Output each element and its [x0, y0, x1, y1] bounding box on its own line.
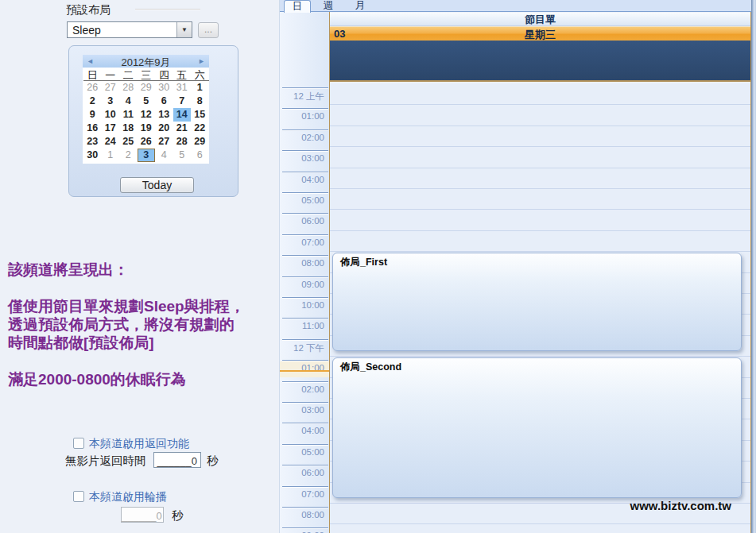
note-line: 透過預設佈局方式，將沒有規劃的 — [8, 315, 282, 334]
calendar-day-cell[interactable]: 9 — [83, 108, 102, 122]
calendar-day-cell[interactable]: 21 — [173, 122, 192, 135]
time-label: 04:00 — [280, 419, 329, 440]
calendar-day-cell[interactable]: 27 — [155, 135, 173, 149]
calendar-day-cell[interactable]: 19 — [138, 122, 156, 135]
layout-select-value: Sleep — [72, 24, 101, 37]
calendar-day-cell[interactable]: 29 — [138, 81, 156, 95]
all-day-area[interactable] — [330, 41, 750, 82]
seconds-unit-label: 秒 — [172, 508, 184, 523]
time-label: 05:00 — [280, 188, 329, 210]
time-label: 03:00 — [280, 146, 329, 168]
event-block[interactable]: 佈局_First — [332, 253, 742, 351]
calendar-day-cell[interactable]: 30 — [83, 149, 102, 162]
calendar-day-cell[interactable]: 16 — [83, 122, 102, 135]
more-button[interactable]: ... — [198, 22, 219, 38]
event-title: 佈局_Second — [340, 361, 401, 374]
default-layout-label: 預設布局 — [66, 3, 110, 17]
calendar-day-cell[interactable]: 20 — [155, 122, 173, 135]
calendar-day-cell[interactable]: 5 — [173, 149, 192, 162]
calendar-day-cell[interactable]: 12 — [138, 108, 156, 122]
return-time-input[interactable]: ______0 — [153, 452, 201, 468]
scrollbar[interactable] — [751, 0, 756, 533]
calendar-day-cell[interactable]: 15 — [191, 108, 209, 122]
calendar-day-cell[interactable]: 13 — [155, 108, 173, 122]
calendar-day-cell[interactable]: 28 — [119, 81, 138, 95]
note-line: 僅使用節目單來規劃Sleep與排程， — [8, 297, 282, 315]
watermark: www.biztv.com.tw — [630, 499, 731, 512]
enable-return-checkbox[interactable] — [73, 438, 84, 449]
calendar-day-cell[interactable]: 29 — [191, 135, 209, 149]
grid-row-line — [330, 146, 750, 147]
calendar-day-cell[interactable]: 24 — [102, 135, 120, 149]
calendar-day-cell[interactable]: 14 — [173, 108, 192, 122]
calendar-day-cell[interactable]: 22 — [191, 122, 209, 135]
calendar-day-cell[interactable]: 1 — [191, 81, 209, 95]
layout-select[interactable]: Sleep ▼ — [67, 21, 192, 38]
view-tabbar: 日 週 月 — [280, 0, 751, 12]
calendar-day-cell[interactable]: 4 — [119, 95, 138, 108]
calendar-day-cell[interactable]: 2 — [119, 149, 138, 162]
divider-line — [135, 9, 200, 10]
time-label: 04:00 — [280, 168, 329, 189]
return-time-label: 無影片返回時間 — [65, 454, 146, 469]
event-block[interactable]: 佈局_Second — [332, 357, 742, 498]
calendar-weekday-header: 三 — [138, 68, 156, 81]
time-label: 01:00 — [280, 104, 329, 126]
calendar-day-cell[interactable]: 30 — [155, 81, 173, 95]
time-label: 12 下午 — [280, 335, 329, 357]
grid-row-line — [330, 188, 750, 189]
time-label: 09:00 — [280, 523, 329, 533]
calendar-day-cell[interactable]: 18 — [119, 122, 138, 135]
calendar-day-cell[interactable]: 4 — [155, 149, 173, 162]
grid-row-line — [330, 168, 750, 168]
calendar-weekday-header: 日 — [83, 68, 102, 81]
calendar-day-cell[interactable]: 28 — [173, 135, 192, 149]
calendar-day-cell[interactable]: 3 — [102, 95, 120, 108]
tab-day[interactable]: 日 — [284, 0, 311, 13]
tab-month[interactable]: 月 — [348, 0, 372, 12]
calendar-day-cell[interactable]: 27 — [102, 81, 120, 95]
grid-row-line — [330, 251, 750, 252]
left-panel: 預設布局 Sleep ▼ ... ◄ 2012年9月 ► 日一二三四五六2627… — [0, 0, 279, 533]
schedule-panel: 日 週 月 節目單 03 星期三 佈局_First佈局_Second www.b… — [279, 0, 756, 533]
chevron-down-icon[interactable]: ▼ — [176, 22, 192, 37]
program-list-header: 節目單 — [330, 13, 750, 26]
note-line: 時間點都做[預設佈局] — [8, 334, 282, 352]
grid-row-line — [330, 523, 750, 524]
note-line: 滿足2000-0800的休眠行為 — [8, 369, 282, 390]
calendar-day-cell[interactable]: 3 — [138, 149, 156, 162]
calendar-grid-area: 日一二三四五六262728293031123456789101112131415… — [83, 68, 209, 164]
calendar-day-cell[interactable]: 7 — [173, 95, 192, 108]
channel-notes: 該頻道將呈現出： 僅使用節目單來規劃Sleep與排程， 透過預設佈局方式，將沒有… — [8, 260, 282, 390]
today-button[interactable]: Today — [120, 177, 194, 193]
carousel-time-input[interactable]: ______0 — [121, 507, 164, 523]
calendar-day-cell[interactable]: 17 — [102, 122, 120, 135]
enable-carousel-checkbox[interactable] — [73, 491, 84, 502]
calendar-day-cell[interactable]: 26 — [83, 81, 102, 95]
calendar-day-cell[interactable]: 8 — [191, 95, 209, 108]
calendar-day-cell[interactable]: 6 — [191, 149, 209, 162]
grid-row-line — [330, 356, 750, 357]
note-line: 該頻道將呈現出： — [8, 260, 282, 280]
calendar-day-cell[interactable]: 5 — [138, 95, 156, 108]
grid-row-line — [330, 126, 750, 126]
tab-week[interactable]: 週 — [316, 0, 340, 12]
hour-rows[interactable]: 佈局_First佈局_Second — [330, 83, 750, 533]
app-window: 預設布局 Sleep ▼ ... ◄ 2012年9月 ► 日一二三四五六2627… — [0, 0, 756, 533]
calendar-weekday-header: 五 — [173, 68, 192, 81]
grid-row-line — [330, 209, 750, 210]
calendar-day-cell[interactable]: 23 — [83, 135, 102, 149]
calendar-day-cell[interactable]: 31 — [173, 81, 192, 95]
calendar-day-cell[interactable]: 10 — [102, 108, 120, 122]
time-label: 03:00 — [280, 398, 329, 419]
calendar-day-cell[interactable]: 6 — [155, 95, 173, 108]
time-label: 06:00 — [280, 461, 329, 482]
grid-row-line — [330, 104, 750, 105]
calendar-day-cell[interactable]: 11 — [119, 108, 138, 122]
enable-return-label: 本頻道啟用返回功能 — [89, 437, 189, 451]
calendar-day-cell[interactable]: 1 — [102, 149, 120, 162]
next-month-icon[interactable]: ► — [198, 57, 205, 65]
calendar-day-cell[interactable]: 2 — [83, 95, 102, 108]
calendar-day-cell[interactable]: 25 — [119, 135, 138, 149]
calendar-day-cell[interactable]: 26 — [138, 135, 156, 149]
